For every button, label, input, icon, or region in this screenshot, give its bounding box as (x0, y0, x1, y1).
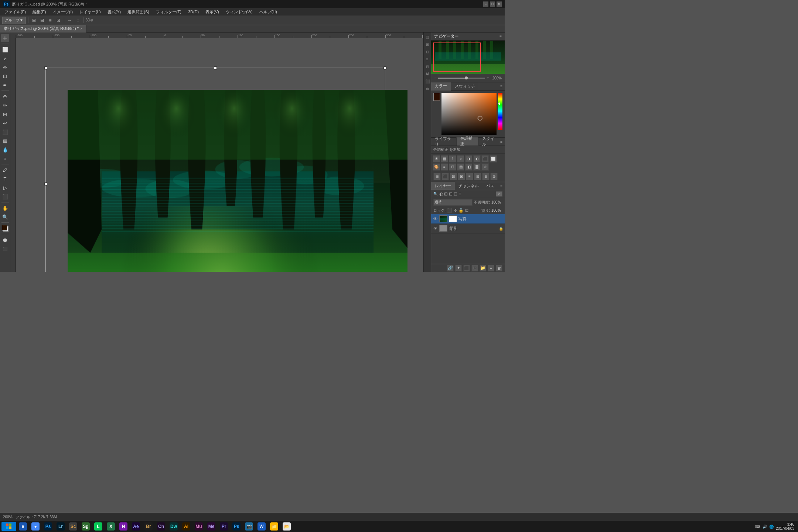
channels-tab[interactable]: チャンネル (455, 182, 482, 190)
adj-r6[interactable]: ⊟ (474, 173, 481, 180)
add-style-btn[interactable]: ✦ (455, 265, 462, 272)
lock-position-icon[interactable]: ✛ (454, 208, 457, 213)
foreground-color[interactable] (2, 225, 7, 231)
mask-mode-btn[interactable]: ⬤ (1, 236, 9, 244)
styles-tab[interactable]: スタイル (478, 137, 500, 146)
adj-curves[interactable]: ⌇ (449, 155, 456, 163)
add-adj-btn[interactable]: ⊕ (471, 265, 478, 272)
move-tool[interactable]: ✛ (1, 34, 9, 42)
doc-tab-close[interactable]: × (80, 27, 82, 31)
align-center-icon[interactable]: ⊟ (39, 17, 45, 24)
filter-toggle[interactable]: ○ (496, 191, 502, 197)
tool-group-btn[interactable]: グループ▼ (2, 17, 26, 24)
menu-item-L[interactable]: レイヤー(L) (76, 8, 103, 16)
transform-handle-ml[interactable] (44, 183, 47, 185)
color-spectrum[interactable] (498, 93, 502, 130)
adj-posterize[interactable]: ▤ (457, 163, 464, 171)
lock-all-icon[interactable]: 🔒 (458, 208, 464, 213)
menu-item-V[interactable]: 表示(V) (202, 8, 222, 16)
color-picker[interactable] (1, 224, 9, 232)
menu-item-T[interactable]: フィルター(T) (153, 8, 184, 16)
layer-photo[interactable]: 👁 写真 (431, 214, 505, 224)
adj-invert[interactable]: ⊟ (449, 163, 456, 171)
path-tool[interactable]: ▷ (1, 184, 9, 192)
quick-select-tool[interactable]: ⊛ (1, 63, 9, 71)
color-tab[interactable]: カラー (431, 82, 451, 91)
navigator-menu-btn[interactable]: ≡ (499, 34, 502, 38)
lock-pixels-icon[interactable]: ⬛ (447, 208, 452, 213)
fill-value[interactable]: 100% (491, 208, 502, 212)
adj-channel[interactable]: ≡ (441, 163, 448, 171)
align-right-icon[interactable]: ≡ (47, 17, 54, 24)
align-left-icon[interactable]: ⊞ (31, 17, 37, 24)
lasso-tool[interactable]: ⌀ (1, 54, 9, 62)
fr-icon-2[interactable]: ⊞ (424, 41, 430, 47)
fr-icon-1[interactable]: ▤ (424, 34, 430, 40)
layers-menu-btn[interactable]: ≡ (500, 184, 505, 188)
lock-extra-icon[interactable]: ⊡ (465, 208, 468, 213)
text-tool[interactable]: T (1, 175, 9, 183)
attr-filter[interactable]: ⊡ (449, 191, 453, 197)
3d-icon[interactable]: 3D⊕ (86, 17, 93, 24)
adj-selective[interactable]: ⊕ (481, 163, 489, 171)
distribute-icon[interactable]: ↔ (66, 17, 73, 24)
marquee-tool[interactable]: ⬜ (1, 45, 9, 54)
pen-tool[interactable]: 🖊 (1, 166, 9, 174)
layer-eye-photo[interactable]: 👁 (433, 216, 438, 221)
library-tab[interactable]: ライブラリ (431, 137, 457, 146)
adj-brightness[interactable]: ☀ (433, 155, 440, 163)
zoom-thumb[interactable] (465, 76, 468, 79)
swatches-tab[interactable]: スウォッチ (451, 82, 479, 91)
add-layer-btn[interactable]: + (488, 265, 494, 272)
menu-item-E[interactable]: 編集(E) (30, 8, 49, 16)
smart-filter[interactable]: ≡ (458, 191, 461, 197)
crop-tool[interactable]: ⊡ (1, 72, 9, 80)
doc-tab-item[interactable]: 磨りガラス.psd @ 200% (写真 RGB/8#) * × (0, 25, 86, 33)
screen-mode-btn[interactable]: ⬛ (1, 245, 9, 253)
adjustments-tab[interactable]: 色調補正 (457, 137, 478, 146)
fr-icon-3[interactable]: ⊡ (424, 49, 430, 55)
adj-r5[interactable]: ≡ (466, 173, 473, 180)
adj-photo[interactable]: 🎨 (433, 163, 440, 171)
menu-item-H[interactable]: ヘルプ(H) (256, 8, 280, 16)
color-menu-btn[interactable]: ≡ (500, 84, 505, 88)
adj-r7[interactable]: ⊕ (482, 173, 490, 180)
layers-tab[interactable]: レイヤー (431, 182, 455, 190)
brush-tool[interactable]: ✏ (1, 101, 9, 109)
shape-tool[interactable]: ⬛ (1, 192, 9, 201)
delete-layer-btn[interactable]: 🗑 (496, 265, 502, 272)
zoom-in-btn[interactable]: + (487, 75, 489, 81)
opacity-value[interactable]: 100% (491, 200, 502, 204)
adj-hue[interactable]: ◐ (473, 155, 481, 163)
paths-tab[interactable]: パス (482, 182, 498, 190)
mode-filter[interactable]: ⊞ (444, 191, 448, 197)
maximize-button[interactable]: □ (490, 1, 495, 7)
adj-threshold[interactable]: ◧ (465, 163, 473, 171)
nav-red-box[interactable] (433, 42, 481, 72)
menu-item-Y[interactable]: 書式(Y) (105, 8, 124, 16)
color-filter[interactable]: ⊟ (454, 191, 457, 197)
distribute2-icon[interactable]: ↕ (75, 17, 81, 24)
adj-levels[interactable]: ▦ (441, 155, 448, 163)
blend-mode-select[interactable]: 通常 (433, 199, 473, 206)
fr-icon-7[interactable]: ⬛ (424, 78, 430, 84)
layer-bg[interactable]: 👁 背景 🔒 (431, 224, 505, 233)
fr-icon-4[interactable]: ≡ (424, 56, 430, 62)
menu-item-S[interactable]: 選択範囲(S) (125, 8, 152, 16)
adj-exposure[interactable]: ○ (457, 155, 464, 163)
adj-r2[interactable]: ⬛ (441, 173, 449, 180)
menu-item-F[interactable]: ファイル(F) (1, 8, 29, 16)
spot-heal-tool[interactable]: ⊕ (1, 92, 9, 100)
adj-gradmap[interactable]: ▓ (473, 163, 481, 171)
adj-bw[interactable]: ⬜ (490, 155, 497, 163)
transform-handle-tr[interactable] (383, 66, 386, 69)
transform-container[interactable] (45, 68, 385, 272)
adj-colorbalance[interactable]: ⬛ (481, 155, 489, 163)
adj-r4[interactable]: ⊠ (458, 173, 465, 180)
menu-item-I[interactable]: イメージ(I) (50, 8, 76, 16)
close-button[interactable]: × (497, 1, 502, 7)
layer-eye-bg[interactable]: 👁 (433, 226, 438, 231)
menu-item-W[interactable]: ウィンドウ(W) (223, 8, 256, 16)
adj-r3[interactable]: ⊡ (450, 173, 457, 180)
zoom-slider[interactable] (438, 78, 485, 79)
